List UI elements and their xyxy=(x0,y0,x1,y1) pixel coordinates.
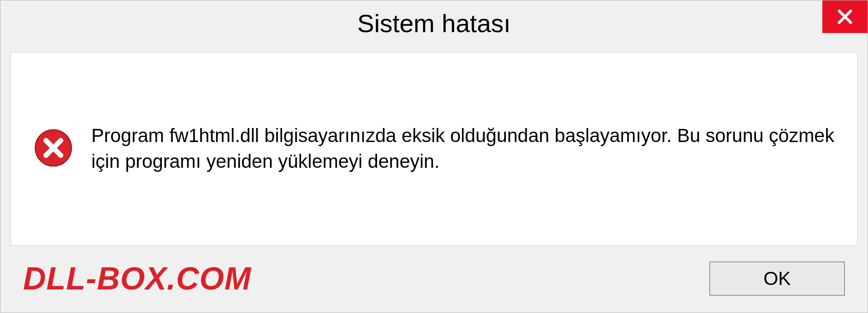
dialog-footer: DLL-BOX.COM OK xyxy=(0,254,868,313)
content-area: Program fw1html.dll bilgisayarınızda eks… xyxy=(10,52,858,246)
dialog-title: Sistem hatası xyxy=(357,9,510,38)
error-icon-wrap xyxy=(33,128,73,170)
titlebar: Sistem hatası xyxy=(0,0,868,46)
watermark-text: DLL-BOX.COM xyxy=(23,261,251,297)
close-button[interactable] xyxy=(822,0,868,33)
close-icon xyxy=(835,7,855,27)
error-dialog: Sistem hatası Program fw1html.dll bilgis… xyxy=(0,0,868,313)
ok-button[interactable]: OK xyxy=(709,261,845,296)
error-message: Program fw1html.dll bilgisayarınızda eks… xyxy=(91,123,835,174)
error-circle-icon xyxy=(33,128,73,168)
